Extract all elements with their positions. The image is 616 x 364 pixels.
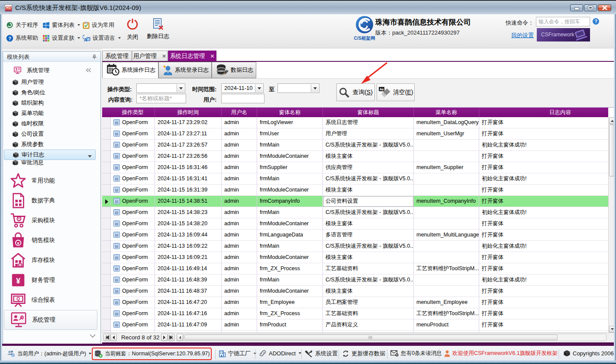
svg-text:¥: ¥ bbox=[17, 241, 19, 246]
svg-text:?: ? bbox=[8, 35, 11, 41]
svg-text:B: B bbox=[87, 37, 90, 41]
svg-text:Q: Q bbox=[16, 297, 20, 301]
svg-text:¥: ¥ bbox=[16, 277, 20, 285]
svg-text:Aa: Aa bbox=[379, 87, 384, 91]
svg-text:C/S框架网: C/S框架网 bbox=[354, 35, 375, 41]
